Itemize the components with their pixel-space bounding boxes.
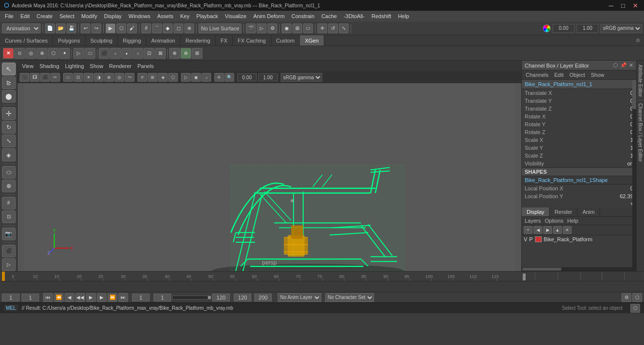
transport-prev-key-btn[interactable]: ⏪ <box>54 293 64 302</box>
vp-light-btn[interactable]: ☀ <box>84 73 93 82</box>
channel-box-side-tab-label[interactable]: Channel Box / Layer Editor <box>638 101 643 164</box>
transport-go-start-btn[interactable]: ⏮ <box>43 293 53 302</box>
xgen-close-icon[interactable]: ✕ <box>3 48 14 59</box>
vp-dof-btn[interactable]: ◎ <box>114 73 124 82</box>
vp-texture-btn[interactable]: ⊡ <box>73 73 83 82</box>
vp-value-left[interactable] <box>237 73 257 81</box>
vp-xray-btn[interactable]: ◈ <box>158 73 168 82</box>
vp-motion-blur-btn[interactable]: 〜 <box>125 73 134 82</box>
panel-tab-render[interactable]: Render <box>550 207 577 216</box>
vp-menu-view[interactable]: View <box>20 62 36 70</box>
xgen-icon17[interactable]: ⊞ <box>192 48 202 59</box>
vp-shading-btn[interactable]: ⬭ <box>63 73 73 82</box>
vp-shadow-btn[interactable]: ◑ <box>94 73 104 82</box>
move-tool-btn[interactable]: ✛ <box>2 107 16 120</box>
tabbar-settings-icon[interactable]: ⚙ <box>636 38 640 43</box>
vp-color-mode[interactable]: sRGB gamma <box>281 73 322 82</box>
paint-icon[interactable]: 🖌 <box>127 23 137 33</box>
vp-menu-lighting[interactable]: Lighting <box>63 62 87 70</box>
vp-camera-btn[interactable]: 🎥 <box>20 73 29 82</box>
xgen-paint-icon[interactable]: ⬭ <box>85 48 95 59</box>
vp-hud-btn[interactable]: ⊞ <box>148 73 157 82</box>
vp-zoom-btn[interactable]: 🔍 <box>224 73 234 82</box>
transport-next-frame-btn[interactable]: ▶ <box>97 293 107 302</box>
select-tool-btn[interactable]: ↖ <box>2 63 16 75</box>
snap-live-icon[interactable]: ⊕ <box>184 23 194 33</box>
paint-select-btn[interactable]: ⬤ <box>2 90 16 103</box>
transport-play-fwd-btn[interactable]: ▶ <box>86 293 96 302</box>
xgen-icon3[interactable]: ◎ <box>25 48 36 59</box>
close-button[interactable]: ✕ <box>631 2 640 9</box>
vp-clipping-btn[interactable]: ✂ <box>50 73 60 82</box>
new-file-icon[interactable]: 📄 <box>45 23 55 33</box>
camera-btn[interactable]: 📷 <box>2 228 16 240</box>
transport-go-end-btn[interactable]: ⏭ <box>118 293 128 302</box>
render-settings-icon[interactable]: ⚙ <box>267 23 277 33</box>
transport-options-icon[interactable]: ⬡ <box>632 293 642 302</box>
snap-surface-icon[interactable]: ◻ <box>174 23 183 33</box>
xgen-icon14[interactable]: ⊠ <box>155 48 166 59</box>
panel-nav-right[interactable]: ▶ <box>543 226 552 234</box>
xgen-icon12[interactable]: ⬨ <box>133 48 143 59</box>
menu-select[interactable]: Select <box>57 12 78 20</box>
status-script-icon[interactable]: ⬡ <box>630 304 640 313</box>
tab-fx-caching[interactable]: FX Caching <box>233 35 271 46</box>
ipr-icon[interactable]: ▷ <box>257 23 266 33</box>
tab-rendering[interactable]: Rendering <box>180 35 216 46</box>
transport-range-end[interactable] <box>212 294 230 301</box>
panel-nav-left[interactable]: ◀ <box>533 226 542 234</box>
xgen-select-icon[interactable]: ▷ <box>73 48 84 59</box>
no-live-surface-btn[interactable]: No Live Surface <box>199 23 242 33</box>
vp-select-type-btn[interactable]: ▷ <box>181 73 191 82</box>
layer-p-label[interactable]: P <box>529 236 533 242</box>
transport-slider[interactable] <box>172 296 211 299</box>
menu-file[interactable]: File <box>2 12 17 20</box>
vp-film-btn[interactable]: 🎞 <box>30 73 40 82</box>
tab-sculpting[interactable]: Sculpting <box>86 35 118 46</box>
psb-layers[interactable]: Layers <box>525 218 541 224</box>
transport-start-frame[interactable] <box>2 294 20 301</box>
soft-mod-btn[interactable]: ⬭ <box>2 166 16 179</box>
menu-redshift[interactable]: Redshift <box>369 12 394 20</box>
xgen-icon5[interactable]: ⬡ <box>48 48 59 59</box>
mode-selector[interactable]: Animation <box>2 23 41 33</box>
panel-scrollbar-thumb[interactable] <box>632 80 636 109</box>
menu-anim-deform[interactable]: Anim Deform <box>250 12 288 20</box>
xgen-icon15[interactable]: ⊕ <box>169 48 180 59</box>
translate-icon[interactable]: ✛ <box>317 23 327 33</box>
channel-expand-arrow[interactable]: ▼ <box>522 200 636 207</box>
wireframe-icon[interactable]: ⊞ <box>292 23 302 33</box>
transport-range-start[interactable] <box>154 294 171 301</box>
minimize-button[interactable]: ─ <box>607 2 615 9</box>
transport-current-frame-right[interactable] <box>132 294 150 301</box>
vp-menu-panels[interactable]: Panels <box>135 62 156 70</box>
snap-grid-btn[interactable]: # <box>2 197 16 209</box>
psb-options[interactable]: Options <box>545 218 563 224</box>
psb-help[interactable]: Help <box>567 218 578 224</box>
vp-menu-show[interactable]: Show <box>88 62 106 70</box>
transport-settings-icon[interactable]: ⚙ <box>622 293 631 302</box>
transport-max-frame[interactable] <box>254 294 272 301</box>
rotate-tool-btn[interactable]: ↻ <box>2 121 16 134</box>
xgen-icon13[interactable]: ⊡ <box>144 48 155 59</box>
menu-constrain[interactable]: Constrain <box>289 12 317 20</box>
render-icon[interactable]: 🎬 <box>246 23 256 33</box>
xgen-icon10[interactable]: ⬦ <box>110 48 121 59</box>
color-wheel-icon[interactable] <box>543 24 551 32</box>
rotate-icon[interactable]: ↺ <box>328 23 338 33</box>
snap-grid-icon[interactable]: # <box>141 23 151 33</box>
panel-tab-anim[interactable]: Anim <box>577 207 600 216</box>
transport-current-frame-left[interactable] <box>22 294 39 301</box>
maximize-button[interactable]: □ <box>619 2 627 9</box>
attr-editor-tab-label[interactable]: Attribute Editor <box>638 63 643 99</box>
tab-custom[interactable]: Custom <box>271 35 300 46</box>
snap-point-icon[interactable]: ◆ <box>163 23 173 33</box>
transport-end-anim[interactable] <box>234 294 251 301</box>
layer-scrollbar-thumb[interactable] <box>522 268 561 271</box>
xgen-icon16[interactable]: ⊛ <box>180 48 191 59</box>
snap-curve-icon[interactable]: ⌒ <box>152 23 162 33</box>
cb-expand-icon[interactable]: ⬡ <box>613 62 618 69</box>
vp-wireframe-btn[interactable]: ⬡ <box>168 73 178 82</box>
vp-ssao-btn[interactable]: ⊕ <box>104 73 114 82</box>
transport-play-back-btn[interactable]: ◀◀ <box>75 293 85 302</box>
